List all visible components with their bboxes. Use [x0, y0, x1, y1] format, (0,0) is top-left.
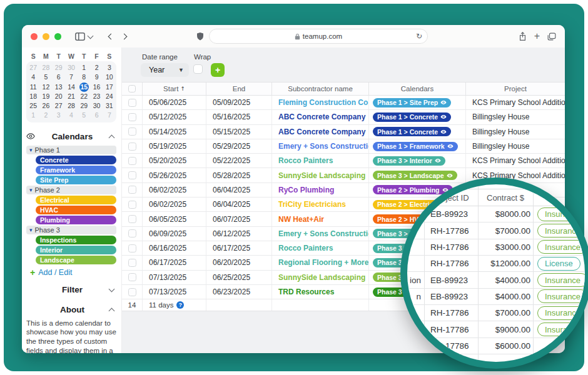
calendar-item-plumbing[interactable]: Plumbing	[36, 216, 116, 224]
calendar-item-interior[interactable]: Interior	[36, 246, 116, 254]
header-calendars[interactable]: Calendars	[369, 82, 466, 95]
calendar-item-electrical[interactable]: Electrical	[36, 196, 116, 204]
calendar-badge[interactable]: Phase 3 > Interior	[373, 156, 445, 166]
calendar-day[interactable]: 7	[65, 72, 78, 82]
calendar-day[interactable]: 26	[39, 101, 52, 111]
calendar-day[interactable]: 22	[78, 92, 90, 101]
calendar-day[interactable]: 14	[65, 82, 78, 92]
calendar-item-hvac[interactable]: HVAC	[36, 206, 116, 214]
calendar-day[interactable]: 8	[78, 72, 90, 82]
calendar-day[interactable]: 30	[90, 101, 103, 111]
calendars-section-header[interactable]: Calendars	[26, 132, 116, 141]
row-checkbox[interactable]	[128, 142, 136, 151]
filter-section-header[interactable]: Filter	[26, 285, 116, 294]
calendar-day[interactable]: 24	[103, 92, 116, 101]
sidebar-toggle-icon[interactable]	[75, 32, 85, 41]
header-subcontractor[interactable]: Subcontractor name	[272, 82, 369, 95]
table-row[interactable]: 05/06/202505/09/2025Fleming Construction…	[122, 96, 565, 110]
calendar-badge[interactable]: Phase 2 > Plumbing	[373, 185, 453, 194]
collapse-about-icon[interactable]	[109, 308, 115, 314]
calendar-badge[interactable]: Phase 1 > Framework	[373, 142, 458, 151]
calendar-group-header[interactable]: ▾Phase 3	[26, 226, 116, 234]
table-row[interactable]: 05/14/202505/15/2025ABC Concrete Company…	[122, 125, 565, 139]
calendar-day[interactable]: 6	[53, 72, 65, 82]
calendar-day[interactable]: 4	[65, 111, 78, 120]
calendar-day[interactable]: 1	[27, 111, 39, 120]
calendar-day[interactable]: 28	[65, 101, 78, 111]
calendar-item-site_prep[interactable]: Site Prep	[36, 176, 116, 184]
row-checkbox[interactable]	[128, 215, 136, 223]
calendar-day[interactable]: 6	[90, 111, 103, 120]
calendar-group-header[interactable]: ▾Phase 2	[26, 186, 116, 194]
calendar-day[interactable]: 16	[90, 82, 103, 92]
row-checkbox[interactable]	[128, 128, 136, 136]
calendar-badge[interactable]: Phase 1 > Concrete	[373, 112, 451, 122]
row-checkbox[interactable]	[128, 113, 136, 121]
new-tab-icon[interactable]: +	[534, 31, 540, 41]
calendar-day[interactable]: 13	[53, 82, 65, 92]
row-checkbox[interactable]	[128, 259, 136, 267]
share-icon[interactable]	[519, 32, 527, 41]
calendar-day[interactable]: 11	[27, 82, 39, 92]
calendar-badge[interactable]: Phase 1 > Concrete	[373, 127, 451, 136]
calendar-day[interactable]: 31	[103, 101, 116, 111]
calendar-day[interactable]: 7	[103, 111, 116, 120]
calendar-day[interactable]: 17	[103, 82, 116, 92]
calendar-item-landscape[interactable]: Landscape	[36, 256, 116, 264]
calendar-day[interactable]: 9	[90, 72, 103, 82]
calendar-day[interactable]: 1	[78, 63, 90, 72]
calendar-day[interactable]: 5	[78, 111, 90, 120]
table-row[interactable]: 05/19/202505/29/2025Emery + Sons Constru…	[122, 139, 565, 154]
visibility-eye-icon[interactable]	[26, 132, 35, 141]
calendar-day[interactable]: 30	[65, 63, 78, 72]
privacy-shield-icon[interactable]	[196, 32, 204, 41]
refresh-icon[interactable]: ↻	[416, 32, 422, 41]
address-bar[interactable]: teamup.com ↻	[209, 29, 428, 44]
row-checkbox[interactable]	[128, 273, 136, 281]
calendar-day[interactable]: 29	[78, 101, 90, 111]
row-checkbox[interactable]	[128, 157, 136, 165]
calendar-day[interactable]: 29	[53, 63, 65, 72]
calendar-day[interactable]: 21	[65, 92, 78, 101]
add-event-button[interactable]: +	[211, 63, 225, 77]
row-checkbox[interactable]	[128, 171, 136, 179]
calendar-day[interactable]: 27	[27, 63, 39, 72]
collapse-calendars-icon[interactable]	[109, 134, 115, 141]
row-checkbox[interactable]	[128, 244, 136, 252]
calendar-group-header[interactable]: ▾Phase 1	[26, 146, 116, 154]
back-icon[interactable]	[108, 33, 114, 39]
header-project[interactable]: Project	[466, 82, 565, 95]
calendar-day[interactable]: 2	[90, 63, 103, 72]
date-range-select[interactable]: Year ▼	[141, 63, 189, 77]
expand-filter-icon[interactable]	[109, 286, 115, 292]
calendar-day[interactable]: 4	[27, 72, 39, 82]
calendar-day[interactable]: 20	[53, 92, 65, 101]
calendar-day[interactable]: 23	[90, 92, 103, 101]
calendar-day[interactable]: 15	[78, 82, 90, 92]
calendar-item-framework[interactable]: Framework	[36, 166, 116, 174]
header-start[interactable]: Start ↑	[143, 82, 206, 95]
calendar-item-inspections[interactable]: Inspections	[36, 236, 116, 244]
row-checkbox[interactable]	[128, 229, 136, 238]
calendar-day[interactable]: 3	[53, 111, 65, 120]
calendar-day[interactable]: 27	[53, 101, 65, 111]
about-section-header[interactable]: About	[26, 305, 116, 314]
help-icon[interactable]: ?	[176, 301, 184, 309]
zoom-window-button[interactable]	[54, 33, 61, 40]
wrap-checkbox[interactable]	[193, 64, 203, 74]
calendar-item-concrete[interactable]: Concrete	[36, 156, 116, 164]
calendar-day[interactable]: 12	[39, 82, 52, 92]
forward-icon[interactable]	[121, 33, 128, 39]
minimize-window-button[interactable]	[43, 33, 49, 40]
header-end[interactable]: End	[206, 82, 272, 95]
calendar-day[interactable]: 25	[27, 101, 39, 111]
add-edit-calendars[interactable]: + Add / Edit	[30, 268, 116, 278]
select-all-checkbox[interactable]	[128, 85, 136, 92]
calendar-day[interactable]: 2	[39, 111, 52, 120]
calendar-badge[interactable]: Phase 3 > Landscape	[373, 171, 457, 180]
calendar-day[interactable]: 5	[39, 72, 52, 82]
calendar-day[interactable]: 10	[103, 72, 116, 82]
close-window-button[interactable]	[31, 33, 38, 40]
row-checkbox[interactable]	[128, 201, 136, 209]
chevron-down-icon[interactable]	[88, 32, 94, 39]
